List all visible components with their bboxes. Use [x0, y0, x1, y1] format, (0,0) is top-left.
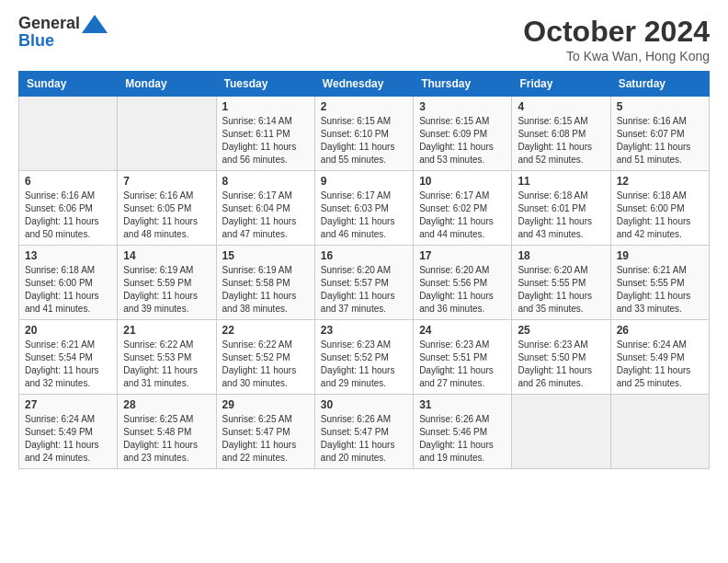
day-info: Sunrise: 6:17 AMSunset: 6:02 PMDaylight:… [419, 190, 506, 241]
day-info: Sunrise: 6:17 AMSunset: 6:03 PMDaylight:… [321, 190, 407, 241]
calendar-cell: 9Sunrise: 6:17 AMSunset: 6:03 PMDaylight… [314, 171, 413, 246]
day-info: Sunrise: 6:16 AMSunset: 6:05 PMDaylight:… [123, 190, 210, 241]
day-number: 27 [25, 398, 111, 411]
calendar-cell: 11Sunrise: 6:18 AMSunset: 6:01 PMDayligh… [512, 171, 610, 246]
weekday-header-saturday: Saturday [610, 72, 709, 97]
day-number: 22 [222, 324, 309, 337]
calendar-cell: 24Sunrise: 6:23 AMSunset: 5:51 PMDayligh… [414, 320, 512, 395]
day-info: Sunrise: 6:23 AMSunset: 5:52 PMDaylight:… [321, 339, 407, 390]
title-section: October 2024 To Kwa Wan, Hong Kong [523, 15, 710, 63]
weekday-header-monday: Monday [118, 72, 216, 97]
calendar-cell: 21Sunrise: 6:22 AMSunset: 5:53 PMDayligh… [118, 320, 216, 395]
calendar-cell [19, 97, 118, 171]
calendar-cell [610, 395, 709, 469]
day-info: Sunrise: 6:15 AMSunset: 6:09 PMDaylight:… [419, 115, 506, 167]
week-row-3: 13Sunrise: 6:18 AMSunset: 6:00 PMDayligh… [19, 246, 710, 320]
day-info: Sunrise: 6:16 AMSunset: 6:07 PMDaylight:… [617, 115, 703, 167]
week-row-1: 1Sunrise: 6:14 AMSunset: 6:11 PMDaylight… [19, 97, 710, 171]
main-title: October 2024 [523, 15, 710, 49]
calendar-cell: 25Sunrise: 6:23 AMSunset: 5:50 PMDayligh… [512, 320, 610, 395]
subtitle: To Kwa Wan, Hong Kong [523, 49, 710, 63]
day-info: Sunrise: 6:26 AMSunset: 5:47 PMDaylight:… [321, 413, 407, 465]
svg-marker-0 [82, 15, 108, 33]
calendar-table: SundayMondayTuesdayWednesdayThursdayFrid… [18, 71, 710, 469]
day-info: Sunrise: 6:25 AMSunset: 5:47 PMDaylight:… [222, 413, 309, 465]
day-info: Sunrise: 6:19 AMSunset: 5:58 PMDaylight:… [222, 264, 309, 316]
day-info: Sunrise: 6:21 AMSunset: 5:54 PMDaylight:… [25, 339, 111, 390]
calendar-cell: 8Sunrise: 6:17 AMSunset: 6:04 PMDaylight… [216, 171, 314, 246]
day-info: Sunrise: 6:26 AMSunset: 5:46 PMDaylight:… [419, 413, 506, 465]
day-info: Sunrise: 6:20 AMSunset: 5:57 PMDaylight:… [321, 264, 407, 316]
day-number: 12 [617, 175, 703, 188]
day-number: 30 [321, 398, 407, 411]
day-number: 23 [321, 324, 407, 337]
weekday-header-row: SundayMondayTuesdayWednesdayThursdayFrid… [19, 72, 710, 97]
day-number: 24 [419, 324, 506, 337]
calendar-cell: 7Sunrise: 6:16 AMSunset: 6:05 PMDaylight… [118, 171, 216, 246]
day-info: Sunrise: 6:20 AMSunset: 5:55 PMDaylight:… [518, 264, 604, 316]
day-number: 20 [25, 324, 111, 337]
logo-icon [82, 15, 108, 33]
day-info: Sunrise: 6:19 AMSunset: 5:59 PMDaylight:… [123, 264, 210, 316]
calendar-cell: 15Sunrise: 6:19 AMSunset: 5:58 PMDayligh… [216, 246, 314, 320]
day-number: 26 [617, 324, 703, 337]
week-row-4: 20Sunrise: 6:21 AMSunset: 5:54 PMDayligh… [19, 320, 710, 395]
day-number: 2 [321, 100, 407, 113]
day-info: Sunrise: 6:22 AMSunset: 5:53 PMDaylight:… [123, 339, 210, 390]
day-number: 15 [222, 249, 309, 262]
logo-blue: Blue [18, 31, 108, 51]
weekday-header-sunday: Sunday [19, 72, 118, 97]
day-number: 6 [25, 175, 111, 188]
calendar-cell: 30Sunrise: 6:26 AMSunset: 5:47 PMDayligh… [314, 395, 413, 469]
calendar-cell: 19Sunrise: 6:21 AMSunset: 5:55 PMDayligh… [610, 246, 709, 320]
day-info: Sunrise: 6:20 AMSunset: 5:56 PMDaylight:… [419, 264, 506, 316]
calendar-cell: 17Sunrise: 6:20 AMSunset: 5:56 PMDayligh… [414, 246, 512, 320]
calendar-cell: 20Sunrise: 6:21 AMSunset: 5:54 PMDayligh… [19, 320, 118, 395]
calendar-cell: 6Sunrise: 6:16 AMSunset: 6:06 PMDaylight… [19, 171, 118, 246]
calendar-cell: 10Sunrise: 6:17 AMSunset: 6:02 PMDayligh… [414, 171, 512, 246]
weekday-header-tuesday: Tuesday [216, 72, 314, 97]
day-info: Sunrise: 6:18 AMSunset: 6:01 PMDaylight:… [518, 190, 604, 241]
calendar-cell: 23Sunrise: 6:23 AMSunset: 5:52 PMDayligh… [314, 320, 413, 395]
calendar-cell [118, 97, 216, 171]
calendar-cell: 13Sunrise: 6:18 AMSunset: 6:00 PMDayligh… [19, 246, 118, 320]
day-number: 28 [123, 398, 210, 411]
calendar-cell: 29Sunrise: 6:25 AMSunset: 5:47 PMDayligh… [216, 395, 314, 469]
weekday-header-friday: Friday [512, 72, 610, 97]
day-number: 19 [617, 249, 703, 262]
calendar-cell: 14Sunrise: 6:19 AMSunset: 5:59 PMDayligh… [118, 246, 216, 320]
calendar-cell: 16Sunrise: 6:20 AMSunset: 5:57 PMDayligh… [314, 246, 413, 320]
calendar-cell: 12Sunrise: 6:18 AMSunset: 6:00 PMDayligh… [610, 171, 709, 246]
week-row-5: 27Sunrise: 6:24 AMSunset: 5:49 PMDayligh… [19, 395, 710, 469]
header: General Blue October 2024 To Kwa Wan, Ho… [18, 15, 710, 63]
day-info: Sunrise: 6:21 AMSunset: 5:55 PMDaylight:… [617, 264, 703, 316]
day-number: 9 [321, 175, 407, 188]
calendar-cell: 1Sunrise: 6:14 AMSunset: 6:11 PMDaylight… [216, 97, 314, 171]
day-number: 31 [419, 398, 506, 411]
calendar-cell: 26Sunrise: 6:24 AMSunset: 5:49 PMDayligh… [610, 320, 709, 395]
day-info: Sunrise: 6:15 AMSunset: 6:10 PMDaylight:… [321, 115, 407, 167]
day-number: 7 [123, 175, 210, 188]
day-number: 8 [222, 175, 309, 188]
day-info: Sunrise: 6:18 AMSunset: 6:00 PMDaylight:… [25, 264, 111, 316]
day-number: 13 [25, 249, 111, 262]
day-info: Sunrise: 6:18 AMSunset: 6:00 PMDaylight:… [617, 190, 703, 241]
day-info: Sunrise: 6:16 AMSunset: 6:06 PMDaylight:… [25, 190, 111, 241]
calendar-cell [512, 395, 610, 469]
day-number: 5 [617, 100, 703, 113]
day-number: 10 [419, 175, 506, 188]
day-info: Sunrise: 6:24 AMSunset: 5:49 PMDaylight:… [617, 339, 703, 390]
day-info: Sunrise: 6:14 AMSunset: 6:11 PMDaylight:… [222, 115, 309, 167]
day-number: 29 [222, 398, 309, 411]
day-number: 11 [518, 175, 604, 188]
logo: General Blue [18, 15, 108, 51]
calendar-cell: 18Sunrise: 6:20 AMSunset: 5:55 PMDayligh… [512, 246, 610, 320]
day-info: Sunrise: 6:23 AMSunset: 5:51 PMDaylight:… [419, 339, 506, 390]
day-number: 4 [518, 100, 604, 113]
day-info: Sunrise: 6:25 AMSunset: 5:48 PMDaylight:… [123, 413, 210, 465]
calendar-cell: 5Sunrise: 6:16 AMSunset: 6:07 PMDaylight… [610, 97, 709, 171]
calendar-cell: 2Sunrise: 6:15 AMSunset: 6:10 PMDaylight… [314, 97, 413, 171]
weekday-header-wednesday: Wednesday [314, 72, 413, 97]
day-number: 1 [222, 100, 309, 113]
calendar-cell: 22Sunrise: 6:22 AMSunset: 5:52 PMDayligh… [216, 320, 314, 395]
